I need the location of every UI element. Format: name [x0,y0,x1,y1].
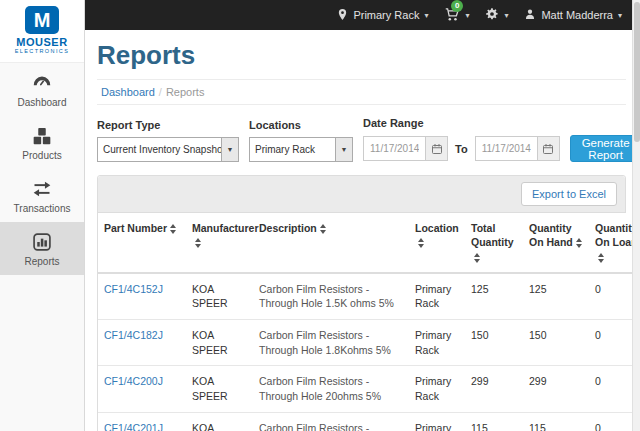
report-type-label: Report Type [97,119,239,131]
cell-description: Carbon Film Resistors - Through Hole 1.5… [253,273,409,320]
table-row: CF1/4C152J KOA SPEER Carbon Film Resisto… [98,273,632,320]
reports-chart-icon [2,231,82,253]
table-row: CF1/4C200J KOA SPEER Carbon Film Resisto… [98,366,632,412]
vertical-scrollbar[interactable] [632,0,640,431]
breadcrumb-dashboard-link[interactable]: Dashboard [101,86,155,98]
cell-quantity-on-loan: 0 [589,366,632,412]
dashboard-gauge-icon [2,72,82,94]
cell-quantity-on-hand: 125 [523,273,589,320]
cell-manufacturer: KOA SPEER [186,412,253,431]
cart-menu[interactable]: 0 ▾ [444,7,469,24]
caret-down-icon: ▾ [504,11,508,20]
mouser-logo-mark: M [25,6,59,34]
sort-icon [474,253,480,263]
cell-manufacturer: KOA SPEER [186,273,253,320]
sort-icon [418,238,424,248]
column-header-quantity-on-hand[interactable]: Quantity On Hand [523,213,589,273]
cell-total-quantity: 125 [465,273,523,320]
column-header-location[interactable]: Location [409,213,465,273]
select-dropdown-arrow-icon: ▼ [221,138,238,161]
products-boxes-icon [2,125,82,147]
sidebar-item-dashboard[interactable]: Dashboard [0,63,84,116]
user-menu[interactable]: Matt Madderra ▾ [524,8,622,23]
gear-icon [485,7,499,23]
app-window: M MOUSER ELECTRONICS Dashboard Products … [0,0,632,431]
sidebar-item-transactions[interactable]: Transactions [0,169,84,222]
cell-manufacturer: KOA SPEER [186,319,253,365]
cell-location: Primary Rack [409,273,465,320]
mouser-logo[interactable]: M MOUSER ELECTRONICS [0,0,84,63]
cell-location: Primary Rack [409,319,465,365]
sort-icon [576,238,582,248]
logo-text-electronics: ELECTRONICS [4,48,80,54]
sort-icon [195,238,201,248]
user-menu-label: Matt Madderra [541,9,613,21]
cell-quantity-on-hand: 150 [523,319,589,365]
cell-part-number: CF1/4C182J [98,319,186,365]
report-type-selected-value: Current Inventory Snapshot [98,138,221,161]
date-from-input-group [363,136,448,161]
cell-location: Primary Rack [409,366,465,412]
scrollbar-thumb[interactable] [634,2,640,142]
settings-menu[interactable]: ▾ [485,7,508,23]
main-area: Primary Rack ▾ 0 ▾ ▾ Matt Ma [85,0,632,431]
cell-part-number: CF1/4C201J [98,412,186,431]
breadcrumb: Dashboard/Reports [97,79,626,105]
location-menu[interactable]: Primary Rack ▾ [337,8,428,23]
date-to-input-group [475,136,560,161]
date-to-label: To [455,143,468,155]
breadcrumb-separator: / [159,86,162,98]
column-header-quantity-on-loan[interactable]: Quantity On Loan [589,213,632,273]
cell-quantity-on-loan: 0 [589,273,632,320]
date-range-group: Date Range To [363,117,632,162]
cell-quantity-on-loan: 0 [589,412,632,431]
export-to-excel-button[interactable]: Export to Excel [521,182,617,206]
table-row: CF1/4C182J KOA SPEER Carbon Film Resisto… [98,319,632,365]
cell-total-quantity: 150 [465,319,523,365]
report-type-select[interactable]: Current Inventory Snapshot ▼ [97,137,239,162]
location-pin-icon [337,8,348,23]
column-header-description[interactable]: Description [253,213,409,273]
date-from-input[interactable] [363,136,425,161]
caret-down-icon: ▾ [424,11,428,20]
part-number-link[interactable]: CF1/4C201J [104,422,163,431]
date-to-input[interactable] [475,136,537,161]
cell-total-quantity: 299 [465,366,523,412]
report-filters: Report Type Current Inventory Snapshot ▼… [97,117,626,162]
generate-report-button[interactable]: Generate Report [570,135,632,162]
part-number-link[interactable]: CF1/4C182J [104,329,163,341]
transactions-arrows-icon [2,178,82,200]
cell-location: Primary Rack [409,412,465,431]
locations-label: Locations [249,119,353,131]
sort-icon [320,224,326,234]
calendar-icon[interactable] [537,136,560,161]
user-icon [524,8,536,23]
sort-icon [170,224,176,234]
part-number-link[interactable]: CF1/4C200J [104,375,163,387]
select-dropdown-arrow-icon: ▼ [335,138,352,161]
sidebar-item-label: Reports [2,256,82,267]
calendar-icon[interactable] [425,136,448,161]
date-range-label: Date Range [363,117,632,129]
report-panel-header: Export to Excel [98,176,625,213]
column-header-manufacturer[interactable]: Manufacturer [186,213,253,273]
cell-description: Carbon Film Resistors - Through Hole 200… [253,412,409,431]
sidebar: M MOUSER ELECTRONICS Dashboard Products … [0,0,85,431]
cell-part-number: CF1/4C152J [98,273,186,320]
table-header-row: Part Number Manufacturer Description Loc… [98,213,632,273]
cell-quantity-on-loan: 0 [589,319,632,365]
location-menu-label: Primary Rack [353,9,419,21]
breadcrumb-current: Reports [166,86,205,98]
sidebar-item-products[interactable]: Products [0,116,84,169]
sidebar-item-label: Transactions [2,203,82,214]
cell-quantity-on-hand: 115 [523,412,589,431]
column-header-part-number[interactable]: Part Number [98,213,186,273]
report-table: Part Number Manufacturer Description Loc… [98,213,632,431]
sidebar-item-reports[interactable]: Reports [0,222,84,275]
page-content: Reports Dashboard/Reports Report Type Cu… [85,30,632,431]
report-panel: Export to Excel Part Number Manufacturer… [97,175,626,431]
report-type-group: Report Type Current Inventory Snapshot ▼ [97,119,239,162]
part-number-link[interactable]: CF1/4C152J [104,283,163,295]
column-header-total-quantity[interactable]: Total Quantity [465,213,523,273]
locations-select[interactable]: Primary Rack ▼ [249,137,353,162]
